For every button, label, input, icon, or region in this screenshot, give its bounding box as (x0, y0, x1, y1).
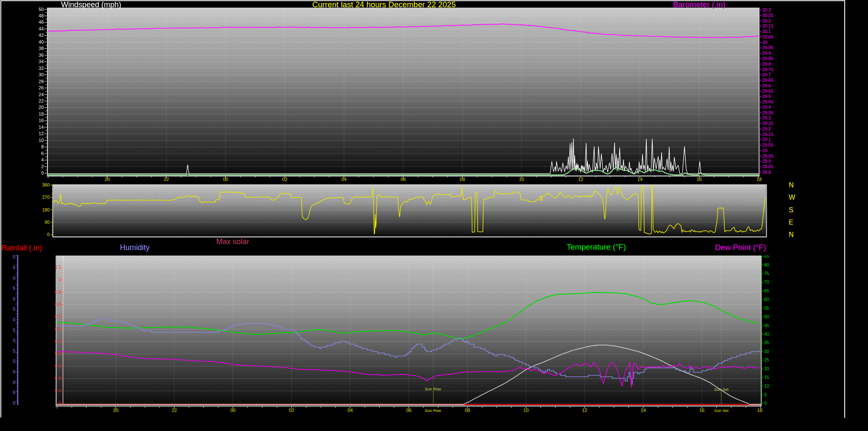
svg-text:50: 50 (764, 314, 769, 319)
svg-text:14: 14 (641, 408, 646, 413)
svg-text:45: 45 (764, 323, 769, 328)
svg-text:29.2: 29.2 (762, 126, 771, 131)
svg-text:32: 32 (39, 66, 44, 71)
svg-text:0: 0 (764, 400, 767, 406)
svg-text:06: 06 (406, 408, 411, 413)
svg-text:4: 4 (41, 157, 44, 162)
svg-text:16: 16 (39, 118, 44, 123)
svg-text:14: 14 (637, 177, 643, 182)
svg-text:20: 20 (113, 408, 118, 413)
svg-text:270: 270 (42, 195, 50, 200)
svg-text:44: 44 (39, 26, 44, 31)
svg-text:90: 90 (45, 220, 50, 225)
svg-text:Windspeed (mph): Windspeed (mph) (61, 0, 121, 9)
svg-text:29.8: 29.8 (762, 61, 771, 67)
svg-text:10: 10 (523, 408, 529, 413)
svg-text:29.75: 29.75 (762, 67, 773, 72)
svg-text:14: 14 (39, 125, 44, 130)
svg-text:5: 5 (13, 349, 15, 353)
svg-text:Sun Rise: Sun Rise (425, 408, 441, 413)
svg-text:10: 10 (519, 177, 524, 182)
svg-text:60: 60 (764, 297, 769, 302)
svg-text:180: 180 (42, 207, 50, 212)
svg-text:Sun Rise: Sun Rise (425, 387, 441, 391)
svg-text:29.15: 29.15 (762, 132, 773, 137)
svg-text:5: 5 (764, 392, 767, 397)
svg-text:5: 5 (13, 307, 15, 311)
svg-text:0: 0 (13, 401, 15, 406)
svg-text:70: 70 (764, 279, 769, 284)
svg-text:10: 10 (764, 384, 769, 389)
svg-text:34: 34 (39, 59, 44, 64)
svg-text:06: 06 (401, 177, 406, 182)
svg-text:2: 2 (41, 164, 44, 169)
svg-text:00: 00 (230, 408, 235, 413)
svg-text:29.95: 29.95 (762, 45, 773, 50)
svg-text:28.8: 28.8 (762, 170, 771, 175)
svg-text:W: W (789, 194, 796, 201)
svg-text:80: 80 (764, 262, 769, 267)
svg-text:0.9: 0.9 (55, 290, 61, 295)
svg-text:30: 30 (762, 40, 768, 45)
svg-text:22: 22 (164, 177, 169, 182)
svg-text:30: 30 (39, 72, 44, 77)
svg-text:12: 12 (582, 408, 587, 413)
svg-text:29.55: 29.55 (762, 89, 773, 94)
svg-text:55: 55 (764, 306, 769, 311)
svg-text:28.85: 28.85 (762, 164, 773, 169)
svg-text:30.3: 30.3 (762, 7, 771, 12)
svg-text:28.95: 28.95 (762, 153, 773, 158)
svg-text:Current last 24 hours December: Current last 24 hours December 22 2025 (312, 0, 456, 9)
svg-text:28.9: 28.9 (762, 158, 771, 164)
svg-text:E: E (789, 219, 793, 226)
svg-text:29.7: 29.7 (762, 72, 771, 77)
svg-text:0: 0 (13, 338, 15, 343)
svg-text:30.25: 30.25 (762, 13, 773, 18)
svg-text:0.8: 0.8 (55, 302, 61, 307)
svg-text:04: 04 (348, 408, 353, 413)
svg-text:25: 25 (764, 357, 769, 362)
svg-text:Max solar: Max solar (216, 237, 249, 246)
svg-text:16: 16 (699, 408, 704, 413)
svg-text:20: 20 (764, 366, 769, 371)
svg-text:5: 5 (13, 390, 15, 395)
svg-text:0.1: 0.1 (55, 388, 61, 393)
svg-text:0.6: 0.6 (55, 327, 61, 331)
svg-text:1.1: 1.1 (55, 265, 61, 270)
svg-text:02: 02 (289, 408, 294, 413)
svg-text:30.1: 30.1 (762, 29, 771, 34)
svg-text:5: 5 (13, 265, 15, 270)
svg-text:30.2: 30.2 (762, 18, 771, 23)
svg-text:0: 0 (13, 359, 15, 364)
svg-text:18: 18 (757, 177, 762, 182)
svg-text:29.3: 29.3 (762, 115, 771, 120)
svg-text:30.05: 30.05 (762, 34, 773, 39)
svg-text:29: 29 (762, 148, 768, 153)
svg-text:24: 24 (39, 92, 44, 97)
svg-text:12: 12 (39, 131, 44, 136)
svg-text:20: 20 (39, 105, 44, 110)
svg-text:40: 40 (39, 39, 44, 44)
svg-text:04: 04 (341, 177, 346, 182)
svg-text:360: 360 (42, 182, 50, 187)
svg-text:36: 36 (39, 53, 44, 58)
svg-text:28: 28 (39, 79, 44, 84)
svg-text:29.6: 29.6 (762, 83, 771, 88)
svg-text:0: 0 (13, 297, 15, 301)
svg-text:0: 0 (47, 232, 50, 237)
svg-text:1: 1 (58, 277, 61, 282)
svg-text:5: 5 (13, 286, 15, 291)
svg-text:0: 0 (13, 276, 15, 281)
svg-text:65: 65 (764, 288, 769, 293)
svg-text:20: 20 (105, 177, 110, 182)
svg-text:Rainfall (.in): Rainfall (.in) (1, 244, 42, 252)
svg-text:50: 50 (39, 7, 44, 12)
svg-text:29.65: 29.65 (762, 78, 773, 83)
svg-text:29.5: 29.5 (762, 94, 771, 99)
svg-text:29.4: 29.4 (762, 105, 771, 110)
svg-text:0.5: 0.5 (55, 339, 61, 344)
svg-text:5: 5 (13, 328, 15, 333)
svg-text:46: 46 (39, 19, 44, 25)
svg-text:35: 35 (764, 340, 769, 345)
svg-text:26: 26 (39, 85, 44, 90)
